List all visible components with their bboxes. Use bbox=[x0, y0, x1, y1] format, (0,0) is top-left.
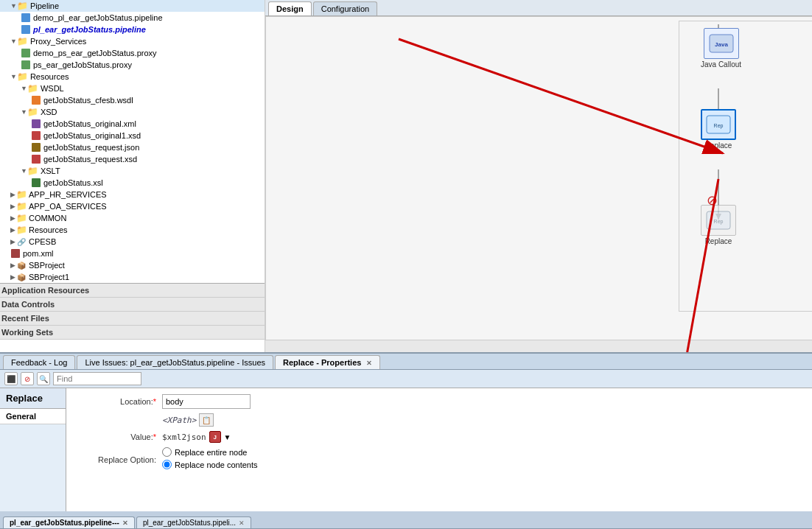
tree-item-proxy-group[interactable]: ▼ 📁 Proxy_Services bbox=[0, 35, 265, 47]
expand-icon[interactable]: ▶ bbox=[10, 226, 15, 234]
expr-type-icon: J bbox=[209, 431, 221, 443]
node-replace3[interactable]: Rep Replace bbox=[701, 205, 736, 245]
bottom-file-tab-2[interactable]: pl_ear_getJobStatus.pipeli... ✕ bbox=[136, 516, 251, 528]
tree-item-sbproject[interactable]: ▶ 📦 SBProject bbox=[0, 259, 265, 271]
folder-icon: 📁 bbox=[18, 1, 28, 11]
xsd-icon bbox=[31, 130, 41, 141]
tab-close-button[interactable]: ✕ bbox=[366, 360, 372, 367]
expand-icon[interactable]: ▼ bbox=[21, 167, 27, 175]
replace-icon: Rep bbox=[705, 209, 732, 232]
expand-icon[interactable]: ▼ bbox=[10, 38, 17, 45]
tree-item-app-hr[interactable]: ▶ 📁 APP_HR_SERVICES bbox=[0, 189, 265, 200]
node-java-callout[interactable]: Java Java Callout bbox=[701, 28, 741, 69]
file-tab-close-2[interactable]: ✕ bbox=[239, 519, 245, 527]
expand-icon[interactable]: ▼ bbox=[21, 108, 27, 116]
svg-text:Rep: Rep bbox=[714, 123, 724, 129]
canvas-scroll[interactable]: Java Java Callout bbox=[265, 16, 812, 352]
expand-icon[interactable]: ▶ bbox=[10, 273, 15, 281]
expand-icon[interactable]: ▶ bbox=[10, 214, 15, 222]
expand-icon[interactable]: ▶ bbox=[10, 262, 15, 269]
xpath-label: <XPath> bbox=[162, 416, 196, 425]
replace-entire-radio[interactable] bbox=[162, 447, 172, 457]
folder-icon: 📁 bbox=[16, 189, 27, 200]
props-tab-general[interactable]: General bbox=[0, 409, 66, 424]
sidebar-section-data-controls[interactable]: Data Controls bbox=[0, 298, 265, 312]
tree-item-wsdl-group[interactable]: ▼ 📁 WSDL bbox=[0, 83, 265, 94]
tree-item-sbproject1[interactable]: ▶ 📦 SBProject1 bbox=[0, 271, 265, 283]
expand-icon[interactable]: ▼ bbox=[10, 2, 17, 10]
disabled-indicator: ⊘ bbox=[707, 192, 718, 209]
sidebar-bottom: Application Resources Data Controls Rece… bbox=[0, 283, 265, 340]
tab-design[interactable]: Design bbox=[268, 1, 312, 15]
error-button[interactable]: ⊘ bbox=[21, 372, 34, 385]
sidebar-section-working-sets[interactable]: Working Sets bbox=[0, 326, 265, 340]
tree-item-ps-ear-proxy[interactable]: ps_ear_getJobStatus.proxy bbox=[0, 59, 265, 71]
tree-label: APP_HR_SERVICES bbox=[29, 190, 107, 199]
find-input[interactable] bbox=[53, 372, 141, 385]
sidebar-section-label: Application Resources bbox=[1, 286, 89, 295]
tab-configuration[interactable]: Configuration bbox=[313, 1, 377, 15]
svg-text:Rep: Rep bbox=[714, 219, 724, 225]
cpesb-icon: 🔗 bbox=[16, 237, 27, 247]
top-area: ▼ 📁 Pipeline demo_pl_ear_getJobStatus.pi… bbox=[0, 0, 812, 352]
search-button[interactable]: 🔍 bbox=[37, 372, 50, 385]
tab-replace-props[interactable]: Replace - Properties ✕ bbox=[275, 355, 380, 369]
tree-item-resources-group[interactable]: ▼ 📁 Resources bbox=[0, 71, 265, 83]
replace-title: Replace bbox=[0, 388, 66, 409]
tree-item-wsdl[interactable]: getJobStatus_cfesb.wsdl bbox=[0, 94, 265, 106]
folder-icon: 📁 bbox=[16, 213, 27, 223]
tree-label: Resources bbox=[29, 225, 68, 234]
tree-label: WSDL bbox=[41, 84, 64, 93]
location-label: Location: bbox=[75, 397, 156, 406]
properties-sidebar: Replace General bbox=[0, 388, 66, 511]
tree-item-app-oa[interactable]: ▶ 📁 APP_OA_SERVICES bbox=[0, 200, 265, 212]
tab-feedback-log[interactable]: Feedback - Log bbox=[3, 355, 75, 369]
sidebar-section-recent-files[interactable]: Recent Files bbox=[0, 312, 265, 326]
sidebar-section-app-resources[interactable]: Application Resources bbox=[0, 284, 265, 298]
tree-item-orig1-xsd[interactable]: getJobStatus_original1.xsd bbox=[0, 130, 265, 141]
folder-icon: 📁 bbox=[16, 201, 27, 211]
bottom-file-tab-1[interactable]: pl_ear_getJobStatus.pipeline--- ✕ bbox=[3, 516, 135, 528]
replace-entire-node-option: Replace entire node bbox=[162, 447, 258, 457]
tree-item-resources2[interactable]: ▶ 📁 Resources bbox=[0, 224, 265, 236]
replace-contents-radio[interactable] bbox=[162, 460, 172, 469]
tree-item-common[interactable]: ▶ 📁 COMMON bbox=[0, 212, 265, 224]
tree-item-pl-ear-pipeline[interactable]: pl_ear_getJobStatus.pipeline bbox=[0, 24, 265, 35]
tree-item-xsl[interactable]: getJobStatus.xsl bbox=[0, 177, 265, 189]
sidebar-section-label: Working Sets bbox=[1, 328, 53, 337]
properties-form: Location: <XPath> 📋 Value: bbox=[66, 388, 812, 511]
tree-item-cpesb[interactable]: ▶ 🔗 CPESB bbox=[0, 236, 265, 248]
tree-item-pipeline-group[interactable]: ▼ 📁 Pipeline bbox=[0, 0, 265, 12]
node-replace1[interactable]: Rep Replace bbox=[701, 109, 736, 150]
xml-icon bbox=[31, 119, 41, 129]
file-tab-close-1[interactable]: ✕ bbox=[122, 519, 128, 527]
tree-item-xslt-group[interactable]: ▼ 📁 XSLT bbox=[0, 165, 265, 177]
tree-item-req-xsd[interactable]: getJobStatus_request.xsd bbox=[0, 153, 265, 165]
tab-live-issues[interactable]: Live Issues: pl_ear_getJobStatus.pipelin… bbox=[77, 355, 273, 369]
expand-icon[interactable]: ▼ bbox=[10, 73, 17, 80]
tree-item-xsd-group[interactable]: ▼ 📁 XSD bbox=[0, 106, 265, 118]
expand-icon[interactable]: ▶ bbox=[10, 203, 15, 210]
tree-label: Resources bbox=[30, 72, 69, 81]
location-input[interactable] bbox=[162, 394, 251, 409]
expand-icon[interactable]: ▼ bbox=[21, 85, 27, 92]
location-value-box bbox=[162, 394, 251, 409]
bottom-panel: Feedback - Log Live Issues: pl_ear_getJo… bbox=[0, 352, 812, 529]
replace-options: Replace entire node Replace node content… bbox=[162, 447, 258, 472]
tree-item-orig-xml[interactable]: getJobStatus_original.xml bbox=[0, 118, 265, 130]
folder-icon: 📁 bbox=[28, 166, 38, 176]
expand-icon[interactable]: ▶ bbox=[10, 238, 15, 245]
tree-item-demo-pipeline[interactable]: demo_pl_ear_getJobStatus.pipeline bbox=[0, 12, 265, 24]
xpath-button[interactable]: 📋 bbox=[199, 413, 214, 427]
tree-label: ps_ear_getJobStatus.proxy bbox=[33, 60, 132, 69]
tree-label: getJobStatus_request.json bbox=[43, 143, 139, 152]
expand-icon[interactable]: ▶ bbox=[10, 191, 15, 198]
tree-item-req-json[interactable]: getJobStatus_request.json bbox=[0, 141, 265, 153]
expr-dropdown-arrow[interactable]: ▼ bbox=[224, 433, 231, 441]
tree-item-demo-proxy[interactable]: demo_ps_ear_getJobStatus.proxy bbox=[0, 47, 265, 59]
stop-button[interactable]: ⬛ bbox=[4, 372, 18, 385]
node-label: Replace bbox=[705, 141, 732, 150]
project-icon: 📦 bbox=[16, 260, 27, 270]
tree-label: CPESB bbox=[29, 237, 56, 246]
tree-item-pom[interactable]: pom.xml bbox=[0, 248, 265, 259]
